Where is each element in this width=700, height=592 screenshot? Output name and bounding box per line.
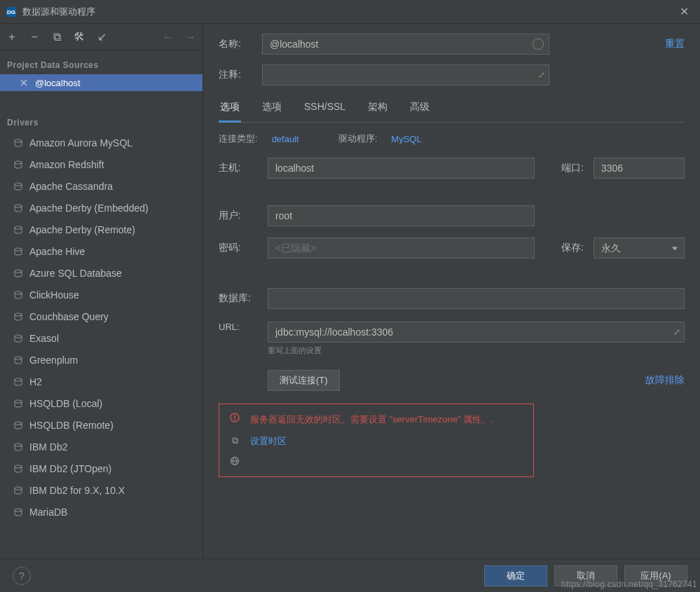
save-select[interactable]: 永久 <box>593 238 685 259</box>
driver-item[interactable]: Couchbase Query <box>0 305 203 327</box>
error-icon <box>229 413 240 425</box>
driver-label: Apache Derby (Remote) <box>29 224 135 235</box>
apply-button[interactable]: 应用(A) <box>624 565 687 586</box>
comment-label: 注释: <box>219 69 252 81</box>
driver-item[interactable]: MariaDB <box>0 501 203 523</box>
tab-ssh-ssl[interactable]: SSH/SSL <box>303 95 347 123</box>
svg-point-13 <box>15 378 22 381</box>
tab-advanced[interactable]: 高级 <box>409 95 431 123</box>
driver-label: IBM Db2 (JTOpen) <box>29 463 111 474</box>
driver-item[interactable]: HSQLDB (Remote) <box>0 414 203 436</box>
cancel-button[interactable]: 取消 <box>554 565 617 586</box>
driver-label: Greenplum <box>29 354 78 366</box>
driver-item[interactable]: IBM Db2 (JTOpen) <box>0 457 203 479</box>
driver-item[interactable]: H2 <box>0 371 203 392</box>
url-expand-icon[interactable]: ⤢ <box>673 327 680 337</box>
error-box: 服务器返回无效的时区。需要设置 "serverTimezone" 属性。. ⧉ … <box>219 404 534 477</box>
svg-point-19 <box>15 509 22 511</box>
remove-icon[interactable]: − <box>28 31 41 43</box>
globe-icon[interactable] <box>229 456 240 468</box>
name-label: 名称: <box>219 38 252 50</box>
driver-icon <box>13 507 24 518</box>
data-source-item[interactable]: @localhost <box>0 74 203 91</box>
driver-label: Apache Cassandra <box>29 181 113 192</box>
comment-input[interactable] <box>262 64 549 85</box>
svg-point-10 <box>15 313 22 316</box>
driver-item[interactable]: Amazon Redshift <box>0 153 203 175</box>
driver-icon <box>13 246 24 257</box>
expand-icon[interactable]: ⤢ <box>538 70 545 80</box>
driver-item[interactable]: IBM Db2 <box>0 436 203 457</box>
url-label: URL: <box>219 322 258 332</box>
svg-point-15 <box>15 422 22 425</box>
port-input[interactable] <box>593 158 685 179</box>
driver-item[interactable]: Apache Hive <box>0 240 203 262</box>
tab-schema[interactable]: 架构 <box>366 95 389 123</box>
driver-item[interactable]: Amazon Aurora MySQL <box>0 132 203 153</box>
svg-point-18 <box>15 487 22 490</box>
driver-icon <box>13 376 24 387</box>
tab-options-1[interactable]: 选项 <box>219 95 241 123</box>
driver-label: Apache Derby (Embedded) <box>29 202 149 214</box>
svg-rect-21 <box>234 415 235 419</box>
driver-item[interactable]: Greenplum <box>0 349 203 371</box>
user-input[interactable] <box>268 205 535 226</box>
password-input[interactable] <box>268 238 535 259</box>
data-sources-header: Project Data Sources <box>0 50 203 74</box>
svg-point-11 <box>15 335 22 338</box>
driver-item[interactable]: Apache Derby (Remote) <box>0 219 203 240</box>
driver-icon <box>13 333 24 344</box>
tab-options-2[interactable]: 选项 <box>261 95 283 123</box>
driver-item[interactable]: Exasol <box>0 327 203 349</box>
password-label: 密码: <box>219 242 258 254</box>
driver-item[interactable]: ClickHouse <box>0 284 203 305</box>
driver-icon <box>13 463 24 474</box>
driver-label: Exasol <box>29 333 59 344</box>
driver-label: Amazon Aurora MySQL <box>29 137 132 149</box>
url-input[interactable] <box>268 322 685 343</box>
user-label: 用户: <box>219 209 258 222</box>
driver-label: Couchbase Query <box>29 311 109 322</box>
driver-item[interactable]: HSQLDB (Local) <box>0 392 203 414</box>
driver-label: HSQLDB (Local) <box>29 398 102 409</box>
nav-forward-icon[interactable]: → <box>184 31 197 43</box>
datasource-icon <box>18 77 29 88</box>
dialog-footer: ? 确定 取消 应用(A) <box>0 558 700 592</box>
nav-back-icon[interactable]: ← <box>162 31 174 43</box>
driver-item[interactable]: Apache Derby (Embedded) <box>0 197 203 219</box>
troubleshoot-link[interactable]: 故障排除 <box>645 374 685 387</box>
driver-icon <box>13 224 24 235</box>
color-circle-icon[interactable] <box>533 39 544 50</box>
add-icon[interactable]: + <box>6 31 18 43</box>
driver-item[interactable]: Apache Cassandra <box>0 175 203 197</box>
save-label: 保存: <box>544 242 584 254</box>
set-timezone-link[interactable]: 设置时区 <box>250 435 287 448</box>
conn-type-value[interactable]: default <box>272 134 299 144</box>
svg-point-3 <box>15 161 22 164</box>
driver-item[interactable]: IBM Db2 for 9.X, 10.X <box>0 479 203 501</box>
close-icon[interactable]: ✕ <box>674 2 694 21</box>
driver-icon <box>13 354 24 366</box>
driver-label: IBM Db2 <box>29 441 67 453</box>
copy-icon[interactable]: ⧉ <box>229 435 240 446</box>
refresh-icon[interactable]: ↙ <box>95 30 108 43</box>
host-input[interactable] <box>268 158 535 179</box>
driver-icon <box>13 398 24 409</box>
driver-icon <box>13 311 24 322</box>
driver-label: HSQLDB (Remote) <box>29 420 114 431</box>
help-button[interactable]: ? <box>13 567 31 585</box>
wrench-icon[interactable]: 🛠 <box>73 31 85 43</box>
driver-value[interactable]: MySQL <box>391 134 421 144</box>
name-input[interactable] <box>262 34 549 55</box>
ok-button[interactable]: 确定 <box>484 565 547 586</box>
database-input[interactable] <box>268 288 685 309</box>
reset-link[interactable]: 重置 <box>665 38 685 50</box>
driver-icon <box>13 420 24 431</box>
driver-label: 驱动程序: <box>338 132 378 145</box>
driver-item[interactable]: Azure SQL Database <box>0 262 203 284</box>
test-connection-button[interactable]: 测试连接(T) <box>268 370 340 391</box>
svg-point-7 <box>15 248 22 251</box>
svg-point-16 <box>15 443 22 446</box>
copy-icon[interactable]: ⧉ <box>50 31 63 43</box>
port-label: 端口: <box>544 162 584 174</box>
